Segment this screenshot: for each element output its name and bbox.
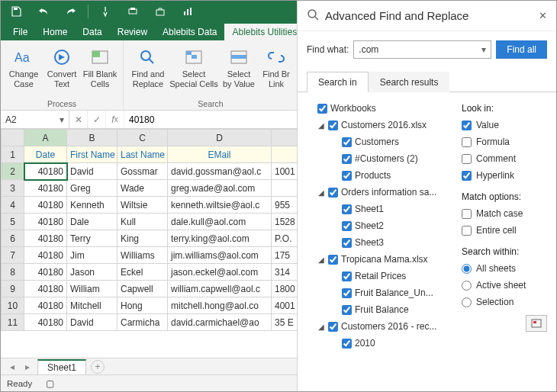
touch-mode-icon[interactable] (95, 1, 116, 22)
tab-review[interactable]: Review (110, 24, 155, 40)
cell[interactable]: 1001 (272, 163, 298, 180)
tree-checkbox[interactable] (328, 322, 338, 332)
cell[interactable]: william.capwell@aol.c (168, 281, 272, 297)
tree-sheet[interactable]: 2010 (355, 338, 375, 349)
cell[interactable]: david.gossman@aol.c (168, 163, 272, 180)
tree-checkbox[interactable] (317, 104, 327, 114)
row-header[interactable]: 1 (2, 146, 24, 163)
cell[interactable]: First Name (67, 146, 118, 163)
within-active-sheet[interactable]: Active sheet (462, 277, 547, 294)
tree-checkbox[interactable] (328, 120, 338, 130)
save-icon[interactable] (5, 1, 27, 22)
tree-checkbox[interactable] (342, 238, 352, 248)
tree-sheet[interactable]: Sheet3 (355, 237, 384, 248)
tree-checkbox[interactable] (328, 255, 338, 265)
tree-workbook[interactable]: Customers 2016 - rec... (341, 321, 436, 332)
tab-ablebits-utilities[interactable]: Ablebits Utilities (224, 24, 304, 40)
row-header[interactable]: 7 (2, 247, 24, 264)
cell[interactable]: Williams (118, 247, 168, 264)
name-box[interactable]: A2▾ (1, 111, 69, 128)
col-header-C[interactable]: C (118, 130, 168, 146)
cell[interactable]: Eckel (118, 264, 168, 281)
find-and-replace-button[interactable]: Find andReplace (128, 43, 168, 99)
change-case-button[interactable]: Aa ChangeCase (5, 43, 42, 99)
sheet-tab-sheet1[interactable]: Sheet1 (37, 359, 86, 374)
tab-home[interactable]: Home (35, 24, 75, 40)
tree-checkbox[interactable] (328, 188, 338, 198)
cell[interactable]: 314 (272, 264, 298, 281)
look-in-hyperlink[interactable]: Hyperlink (462, 167, 547, 184)
tree-checkbox[interactable] (342, 154, 352, 164)
tree-twisty-icon[interactable]: ◢ (317, 255, 325, 264)
select-by-value-button[interactable]: Selectby Value (220, 43, 258, 99)
col-header-A[interactable]: A (24, 130, 67, 146)
cell[interactable]: 1528 (272, 214, 298, 230)
entire-cell[interactable]: Entire cell (462, 222, 547, 239)
find-broken-links-button[interactable]: Find BrLink (259, 43, 293, 99)
tab-search-results[interactable]: Search results (369, 72, 450, 92)
chevron-down-icon[interactable]: ▾ (481, 44, 486, 55)
find-what-input[interactable]: .com▾ (353, 40, 491, 59)
tree-sheet[interactable]: Sheet2 (355, 220, 384, 231)
cell[interactable]: David (67, 163, 118, 180)
tree-workbook[interactable]: Tropicana Mama.xlsx (341, 254, 428, 265)
cell[interactable]: Gossmar (118, 163, 168, 180)
cell[interactable]: Wade (118, 180, 168, 197)
cell[interactable]: 955 (272, 197, 298, 214)
match-case[interactable]: Match case (462, 205, 547, 222)
cell[interactable]: Kull (118, 214, 168, 230)
spreadsheet-grid[interactable]: A B C D 1 Date First Name Last Name EMai… (1, 129, 297, 358)
select-special-cells-button[interactable]: SelectSpecial Cells (169, 43, 218, 99)
cell[interactable]: Last Name (118, 146, 168, 163)
cell[interactable]: 40180 (24, 314, 67, 331)
macro-record-icon[interactable]: ▢ (46, 378, 54, 389)
cell[interactable] (272, 180, 298, 197)
cell[interactable]: EMail (168, 146, 272, 163)
row-header[interactable]: 3 (2, 180, 24, 197)
row-header[interactable]: 11 (2, 314, 24, 331)
tree-checkbox[interactable] (342, 137, 352, 147)
cell[interactable]: Kenneth (67, 197, 118, 214)
cell[interactable]: 175 (272, 247, 298, 264)
col-header-E[interactable] (272, 130, 298, 146)
row-header[interactable]: 5 (2, 214, 24, 230)
row-header[interactable]: 8 (2, 264, 24, 281)
row-header[interactable]: 6 (2, 230, 24, 247)
cell[interactable]: King (118, 230, 168, 247)
cell[interactable]: mitchell.hong@aol.co (168, 297, 272, 314)
cell[interactable]: Mitchell (67, 297, 118, 314)
tree-sheet[interactable]: Fruit Balance (355, 304, 409, 315)
cell[interactable]: 40180 (24, 281, 67, 297)
cell[interactable]: 40180 (24, 180, 67, 197)
enter-formula-icon[interactable]: ✓ (88, 111, 106, 128)
range-selector-button[interactable] (526, 315, 547, 332)
tree-twisty-icon[interactable]: ◢ (317, 188, 325, 197)
tree-twisty-icon[interactable]: ◢ (317, 323, 325, 331)
redo-icon[interactable] (60, 1, 82, 22)
cell[interactable]: david.carmichael@ao (168, 314, 272, 331)
convert-text-button[interactable]: ConvertText (43, 43, 80, 99)
cell[interactable]: Hong (118, 297, 168, 314)
new-sheet-button[interactable]: + (91, 360, 105, 374)
cell[interactable]: Wiltsie (118, 197, 168, 214)
close-icon[interactable]: ✕ (539, 10, 547, 21)
cell[interactable]: 40180 (24, 297, 67, 314)
select-all-corner[interactable] (2, 130, 24, 146)
undo-icon[interactable] (33, 1, 54, 22)
cell[interactable]: Greg (67, 180, 118, 197)
tree-twisty-icon[interactable]: ◢ (317, 121, 325, 130)
cell[interactable]: Carmicha (118, 314, 168, 331)
tree-workbook[interactable]: Orders information sa... (341, 187, 436, 198)
cell[interactable]: 40180 (24, 247, 67, 264)
row-header[interactable]: 2 (2, 163, 24, 180)
tree-sheet[interactable]: #Customers (2) (355, 153, 418, 164)
print-preview-icon[interactable] (122, 1, 143, 22)
tree-checkbox[interactable] (342, 204, 352, 214)
look-in-formula[interactable]: Formula (462, 133, 547, 150)
cell[interactable]: Jim (67, 247, 118, 264)
cell[interactable]: 4001 (272, 297, 298, 314)
cell[interactable]: 35 E (272, 314, 298, 331)
tab-data[interactable]: Data (75, 24, 109, 40)
cell[interactable] (272, 146, 298, 163)
tree-checkbox[interactable] (342, 171, 352, 181)
